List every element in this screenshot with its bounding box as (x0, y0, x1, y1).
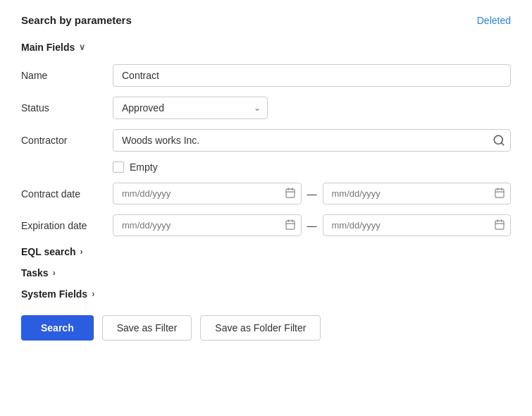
empty-row: Empty (113, 161, 511, 173)
status-label: Status (21, 102, 113, 114)
contract-date-to-input[interactable] (323, 183, 512, 204)
contractor-field-wrapper (113, 129, 511, 152)
status-select-wrapper: Approved Pending Rejected Draft ⌄ (113, 97, 268, 119)
empty-checkbox[interactable] (113, 161, 124, 173)
contractor-input[interactable] (113, 129, 511, 152)
system-fields-arrow-icon: › (92, 289, 94, 299)
name-label: Name (21, 70, 113, 81)
empty-label: Empty (130, 161, 158, 173)
deleted-link[interactable]: Deleted (477, 15, 511, 26)
contract-date-inputs: — (113, 183, 511, 204)
eql-search-section-header[interactable]: EQL search › (21, 246, 511, 257)
expiration-date-from-input[interactable] (113, 214, 302, 236)
main-fields-label: Main Fields (21, 42, 75, 53)
footer-buttons: Search Save as Filter Save as Folder Fil… (21, 315, 511, 341)
tasks-label: Tasks (21, 267, 49, 279)
expiration-date-separator: — (307, 220, 317, 231)
contract-date-label: Contract date (21, 188, 113, 200)
page-container: Search by parameters Deleted Main Fields… (0, 0, 532, 416)
page-header: Search by parameters Deleted (21, 14, 511, 26)
svg-line-1 (501, 142, 503, 145)
save-as-filter-button[interactable]: Save as Filter (102, 315, 192, 341)
name-field-wrapper (113, 64, 511, 87)
contract-date-from-field (113, 183, 302, 204)
main-fields-section-header[interactable]: Main Fields ∨ (21, 42, 511, 53)
expiration-date-to-field (323, 214, 512, 236)
status-row: Status Approved Pending Rejected Draft ⌄ (21, 97, 511, 119)
name-input[interactable] (113, 64, 511, 87)
contractor-input-wrapper (113, 129, 511, 152)
tasks-arrow-icon: › (53, 268, 56, 278)
contractor-label: Contractor (21, 135, 113, 146)
contract-date-from-input[interactable] (113, 183, 302, 204)
tasks-section-header[interactable]: Tasks › (21, 267, 511, 279)
expiration-date-to-input[interactable] (323, 214, 512, 236)
name-row: Name (21, 64, 511, 87)
contractor-search-icon-button[interactable] (493, 134, 505, 147)
contract-date-separator: — (307, 188, 317, 200)
save-as-folder-filter-button[interactable]: Save as Folder Filter (200, 315, 321, 341)
contract-date-to-field (323, 183, 512, 204)
expiration-date-from-field (113, 214, 302, 236)
status-field-wrapper: Approved Pending Rejected Draft ⌄ (113, 97, 511, 119)
system-fields-label: System Fields (21, 288, 87, 300)
status-select[interactable]: Approved Pending Rejected Draft (113, 97, 268, 119)
search-icon (493, 134, 505, 147)
eql-search-arrow-icon: › (80, 247, 83, 257)
expiration-date-row: Expiration date — (21, 214, 511, 236)
contractor-row: Contractor (21, 129, 511, 152)
page-title: Search by parameters (21, 14, 132, 26)
main-fields-chevron-icon: ∨ (79, 42, 85, 52)
eql-search-label: EQL search (21, 246, 76, 257)
contract-date-row: Contract date — (21, 183, 511, 204)
system-fields-section-header[interactable]: System Fields › (21, 288, 511, 300)
search-button[interactable]: Search (21, 315, 94, 341)
expiration-date-inputs: — (113, 214, 511, 236)
expiration-date-label: Expiration date (21, 220, 113, 231)
